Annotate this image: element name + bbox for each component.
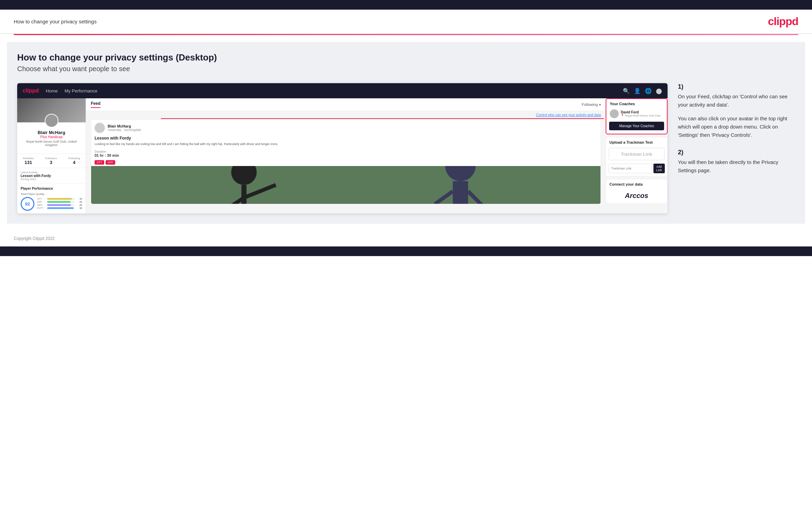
trackman-input-row: Add Link [606,162,667,176]
header: How to change your privacy settings clip… [0,10,812,34]
svg-rect-9 [453,181,468,203]
manage-coaches-button[interactable]: Manage Your Coaches [609,122,664,130]
svg-rect-0 [91,166,600,204]
privacy-link[interactable]: Control who can see your activity and da… [536,113,601,117]
latest-activity-date: 03 Aug 2022 [21,178,82,181]
stat-activities-value: 131 [23,160,34,165]
stat-activities: Activities 131 [23,157,34,165]
profile-stats: Activities 131 Followers 3 Following 4 [17,154,86,168]
top-bar [0,0,812,10]
stat-activities-label: Activities [23,157,34,160]
feed-panel: Feed Following ▾ Control who can see you… [86,98,606,213]
app-body: Blair McHarg Plus Handicap Royal North D… [17,98,668,213]
app-mockup: clippd Home My Performance 🔍 👤 🌐 ⬤ [17,83,668,213]
app-nav-right: 🔍 👤 🌐 ⬤ [623,88,662,94]
coach-row: David Ford 📍 Royal North Devon Golf Club [606,108,667,120]
clippd-logo: clippd [768,15,798,28]
feed-filter: Following ▾ [582,102,601,107]
bar-row: APP 85 [37,201,82,203]
post-image [91,166,600,204]
step2-text: You will then be taken directly to the P… [678,158,795,175]
duration-value: 01 hr : 30 min [95,153,119,157]
player-performance: Player Performance Total Player Quality … [17,184,86,213]
stat-followers-label: Followers [45,157,57,160]
bar-value: 96 [76,207,82,209]
accent-line [14,34,798,35]
content-layout: clippd Home My Performance 🔍 👤 🌐 ⬤ [17,83,795,213]
stat-following: Following 4 [68,157,80,165]
coaches-title: Your Coaches [606,99,667,108]
bar-fill [47,201,71,203]
profile-header-image [17,98,86,122]
add-link-button[interactable]: Add Link [653,164,665,173]
coaches-section: Your Coaches David Ford 📍 Royal North De… [606,98,668,137]
post-author-name: Blair McHarg [108,124,141,128]
footer: Copyright Clippd 2022 [0,231,812,246]
coach-club-text: Royal North Devon Golf Club [625,114,660,117]
bar-label: PUTT [37,207,46,209]
duration-label: Duration [95,150,106,153]
profile-name: Blair McHarg [21,130,82,135]
bar-fill [47,204,71,206]
instructions-panel: 1) On your Feed, click/tap on 'Control w… [678,83,795,184]
pp-title: Player Performance [21,187,82,190]
bar-track [47,198,75,200]
tpq-label: Total Player Quality [21,192,82,196]
trackman-title: Upload a Trackman Test [606,137,667,146]
chevron-down-icon[interactable]: ▾ [599,103,601,107]
instruction-step1: 1) On your Feed, click/tap on 'Control w… [678,83,795,139]
header-title: How to change your privacy settings [14,19,97,24]
right-sidebar: Your Coaches David Ford 📍 Royal North De… [606,98,668,213]
bar-label: ARG [37,204,46,206]
bar-fill [47,198,72,200]
trackman-link-box: Trackman Link [609,148,664,160]
tpq-circle: 92 [21,197,34,211]
feed-header: Feed Following ▾ [86,98,606,111]
tpq-bars: OTT 90 APP 85 ARG 86 PUTT [37,198,82,210]
bar-track [47,204,75,206]
location-icon: 📍 [621,114,624,117]
feed-tab[interactable]: Feed [91,101,100,108]
arccos-brand: Arccos [606,188,667,203]
bar-value: 86 [76,204,82,206]
bar-row: ARG 86 [37,204,82,206]
trackman-card: Upload a Trackman Test Trackman Link Add… [606,137,668,176]
bar-value: 90 [76,198,82,200]
stat-following-value: 4 [68,160,80,165]
latest-activity-name: Lesson with Fordy [21,174,82,178]
stat-following-label: Following [68,157,80,160]
trackman-placeholder: Trackman Link [621,152,652,157]
privacy-link-row: Control who can see your activity and da… [86,111,606,117]
latest-activity-label: Latest Activity [21,171,82,174]
post-location: Yesterday · Sunningdale [108,128,141,132]
avatar-icon[interactable]: ⬤ [656,88,662,94]
app-nav: clippd Home My Performance 🔍 👤 🌐 ⬤ [17,83,668,98]
person-icon[interactable]: 👤 [634,88,641,94]
step1-text-part1: On your Feed, click/tap on 'Control who … [678,92,795,109]
tpq-row: 92 OTT 90 APP 85 ARG [21,197,82,211]
coaches-card: Your Coaches David Ford 📍 Royal North De… [606,98,668,134]
nav-my-performance[interactable]: My Performance [65,88,97,93]
filter-label[interactable]: Following [582,102,598,107]
stat-followers-value: 3 [45,160,57,165]
bar-track [47,201,75,203]
search-icon[interactable]: 🔍 [623,88,630,94]
stat-followers: Followers 3 [45,157,57,165]
bar-fill [47,207,74,209]
copyright-text: Copyright Clippd 2022 [14,236,55,241]
step1-number: 1) [678,83,795,90]
instruction-step2: 2) You will then be taken directly to th… [678,149,795,175]
connect-title: Connect your data [606,179,667,188]
app-logo: clippd [23,88,39,94]
coach-avatar [610,109,619,118]
tag-ott: OTT [95,160,104,165]
nav-home[interactable]: Home [46,88,58,93]
trackman-link-input[interactable] [609,164,652,173]
avatar [45,114,58,128]
main-content: How to change your privacy settings (Des… [7,42,805,224]
post-card: Blair McHarg Yesterday · Sunningdale Les… [91,120,601,204]
latest-activity: Latest Activity Lesson with Fordy 03 Aug… [17,168,86,184]
globe-icon[interactable]: 🌐 [645,88,652,94]
page-subheading: Choose what you want people to see [17,65,795,73]
page-heading: How to change your privacy settings (Des… [17,52,795,63]
